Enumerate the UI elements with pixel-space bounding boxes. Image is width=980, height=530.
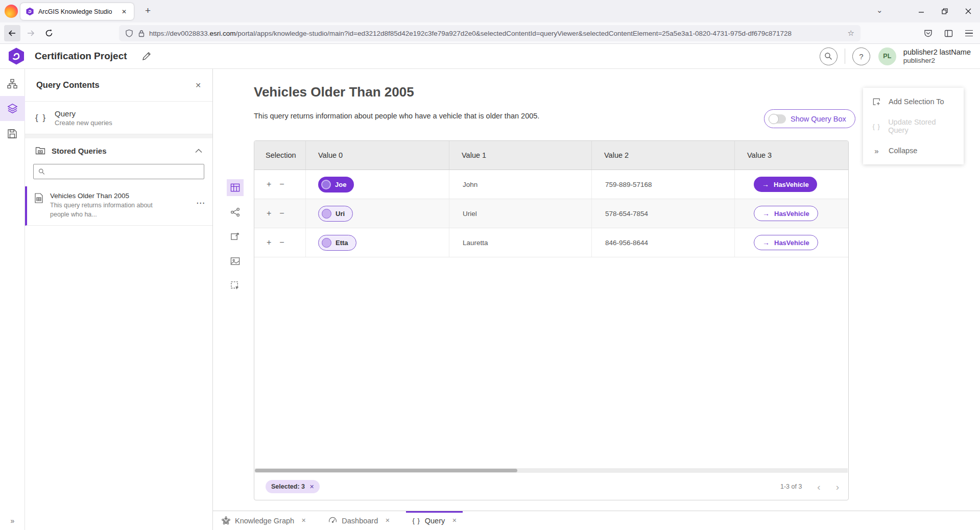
stored-queries-header[interactable]: Stored Queries <box>25 138 212 163</box>
selection-cell: +− <box>254 199 305 228</box>
search-icon <box>38 168 45 175</box>
entity-label: Joe <box>335 181 346 188</box>
selection-tools-icon[interactable] <box>227 277 244 294</box>
toggle-knob[interactable] <box>769 114 779 124</box>
user-avatar[interactable]: PL <box>878 47 896 65</box>
table-row[interactable]: +−UriUriel578-654-7854→HasVehicle <box>254 199 848 228</box>
table-row[interactable]: +−JoeJohn759-889-57168→HasVehicle <box>254 170 848 199</box>
column-header-selection[interactable]: Selection <box>254 141 305 170</box>
table-status-bar: Selected: 3 ✕ 1-3 of 3 ‹ › <box>254 473 848 500</box>
show-query-box-toggle[interactable]: Show Query Box <box>764 109 855 128</box>
window-minimize-button[interactable] <box>910 0 933 22</box>
next-page-icon[interactable]: › <box>836 482 839 492</box>
results-table: Selection Value 0 Value 1 Value 2 Value … <box>254 140 849 500</box>
query-viewer: Vehicles Older Than 2005 This query retu… <box>213 69 980 530</box>
window-restore-button[interactable] <box>933 0 957 22</box>
braces-icon: { } <box>35 113 46 123</box>
tab-knowledge-graph[interactable]: Knowledge Graph ✕ <box>222 511 306 530</box>
chart-view-icon[interactable] <box>227 228 244 245</box>
relationship-arrow-icon: → <box>762 209 770 218</box>
project-title: Certification Project <box>35 51 127 62</box>
app-menu-icon[interactable] <box>961 25 977 41</box>
stored-queries-search[interactable] <box>33 164 204 179</box>
reload-button[interactable] <box>41 25 57 41</box>
horizontal-scrollbar[interactable] <box>255 468 848 473</box>
rail-expand-icon[interactable]: » <box>0 517 25 525</box>
remove-from-selection-icon[interactable]: − <box>279 238 284 247</box>
rail-contents-icon[interactable] <box>0 96 25 121</box>
edit-title-pencil-icon[interactable] <box>141 51 152 61</box>
relationship-pill[interactable]: →HasVehicle <box>754 235 818 250</box>
save-to-pocket-icon[interactable] <box>920 25 936 41</box>
remove-from-selection-icon[interactable]: − <box>279 180 284 189</box>
table-row[interactable]: +−EttaLauretta846-956-8644→HasVehicle <box>254 228 848 257</box>
entity-label: Uri <box>336 210 345 218</box>
previous-page-icon[interactable]: ‹ <box>817 482 820 492</box>
relationship-cell: →HasVehicle <box>734 170 848 199</box>
search-button[interactable] <box>820 47 838 65</box>
tracking-shield-icon[interactable] <box>125 29 133 37</box>
menu-item-collapse[interactable]: » Collapse <box>863 138 964 163</box>
add-to-selection-icon[interactable]: + <box>267 180 271 189</box>
selection-cell: +− <box>254 170 305 199</box>
new-query-item[interactable]: { } Query Create new queries <box>25 102 212 134</box>
menu-item-add-selection-to[interactable]: Add Selection To <box>863 89 964 114</box>
table-view-icon[interactable] <box>227 179 244 196</box>
clear-selection-icon[interactable]: ✕ <box>309 484 314 490</box>
entity-pill[interactable]: Etta <box>318 235 356 251</box>
arcgis-knowledge-logo <box>7 47 26 65</box>
relationship-pill[interactable]: →HasVehicle <box>754 206 818 221</box>
browser-tab[interactable]: ArcGIS Knowledge Studio ✕ <box>20 3 134 20</box>
window-close-button[interactable] <box>957 0 980 22</box>
url-bar[interactable]: https://dev0028833.esri.com/portal/apps/… <box>119 25 861 41</box>
stored-query-more-icon[interactable]: ⋯ <box>196 198 205 208</box>
tab-close-icon[interactable]: ✕ <box>119 7 129 16</box>
entity-pill[interactable]: Joe <box>318 177 354 192</box>
rail-saved-icon[interactable] <box>0 121 25 146</box>
map-view-icon[interactable] <box>227 253 244 270</box>
relationship-arrow-icon: → <box>762 180 769 188</box>
entity-pill[interactable]: Uri <box>318 206 353 222</box>
help-button[interactable]: ? <box>852 47 870 65</box>
remove-from-selection-icon[interactable]: − <box>279 209 284 218</box>
add-to-selection-icon[interactable]: + <box>267 238 271 247</box>
tab-close-icon[interactable]: ✕ <box>452 517 457 524</box>
value1-cell: Uriel <box>449 199 591 228</box>
relationship-cell: →HasVehicle <box>734 199 848 228</box>
tab-query[interactable]: { } Query ✕ <box>412 511 457 530</box>
collapse-chevron-icon[interactable] <box>195 149 202 153</box>
user-name[interactable]: publisher2 lastName publisher2 <box>903 47 971 65</box>
relationship-pill[interactable]: →HasVehicle <box>754 177 817 192</box>
column-header-value2[interactable]: Value 2 <box>591 141 734 170</box>
tab-close-icon[interactable]: ✕ <box>301 517 306 524</box>
list-tabs-chevron-icon[interactable]: ⌄ <box>876 6 883 15</box>
lock-icon[interactable] <box>138 30 145 37</box>
bottom-view-tabs: Knowledge Graph ✕ Dashboard ✕ { } Query … <box>213 511 980 530</box>
back-button[interactable] <box>4 25 20 41</box>
rail-data-model-icon[interactable] <box>0 71 25 96</box>
stored-query-doc-icon <box>34 193 43 203</box>
forward-button[interactable] <box>22 25 39 41</box>
column-header-value0[interactable]: Value 0 <box>305 141 449 170</box>
page-description: This query returns information about peo… <box>254 112 539 120</box>
bookmark-star-icon[interactable]: ☆ <box>848 29 854 38</box>
column-header-value3[interactable]: Value 3 <box>734 141 848 170</box>
selected-count-chip[interactable]: Selected: 3 ✕ <box>266 480 320 493</box>
dashboard-gauge-icon <box>328 516 337 525</box>
search-input[interactable] <box>49 168 199 176</box>
tab-dashboard[interactable]: Dashboard ✕ <box>328 511 390 530</box>
firefox-logo-icon[interactable] <box>5 5 18 18</box>
panel-close-icon[interactable]: ✕ <box>195 81 201 89</box>
stored-query-item[interactable]: Vehicles Older Than 2005 This query retu… <box>25 186 212 226</box>
toggle-track[interactable] <box>769 114 786 124</box>
link-chart-view-icon[interactable] <box>227 204 244 221</box>
column-header-value1[interactable]: Value 1 <box>449 141 591 170</box>
sidebars-icon[interactable] <box>940 25 957 41</box>
pagination-label: 1-3 of 3 <box>780 483 802 490</box>
scrollbar-thumb[interactable] <box>255 469 517 472</box>
add-to-selection-icon[interactable]: + <box>267 209 271 218</box>
selected-count-label: Selected: 3 <box>271 483 305 490</box>
tab-close-icon[interactable]: ✕ <box>385 517 390 524</box>
view-toolbar <box>227 179 244 294</box>
new-tab-button[interactable]: + <box>145 5 151 16</box>
